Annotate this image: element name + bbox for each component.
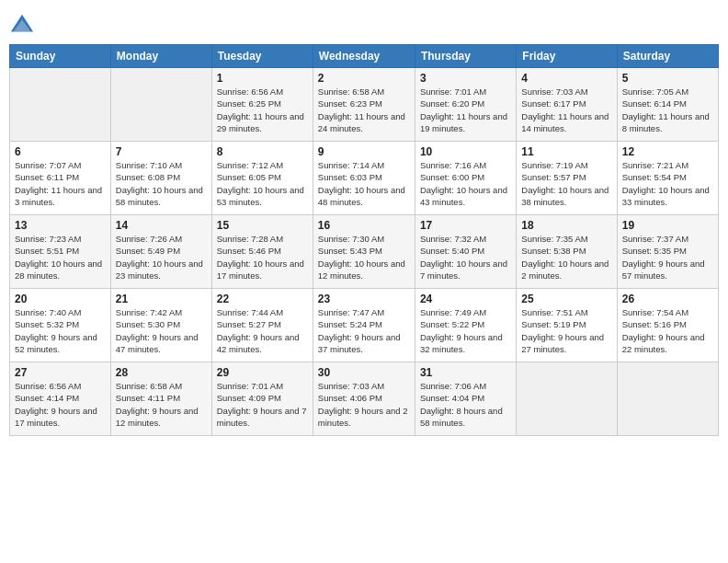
day-number: 25 [521, 293, 611, 305]
day-number: 10 [420, 145, 511, 158]
day-info: Sunrise: 6:58 AM Sunset: 4:11 PM Dayligh… [116, 380, 207, 429]
day-info: Sunrise: 6:56 AM Sunset: 4:14 PM Dayligh… [15, 380, 106, 429]
day-number: 19 [622, 219, 713, 232]
day-number: 3 [420, 72, 511, 85]
calendar-cell: 13Sunrise: 7:23 AM Sunset: 5:51 PM Dayli… [10, 215, 111, 289]
calendar-cell: 26Sunrise: 7:54 AM Sunset: 5:16 PM Dayli… [617, 289, 718, 362]
day-number: 22 [217, 293, 308, 305]
calendar-cell: 14Sunrise: 7:26 AM Sunset: 5:49 PM Dayli… [110, 215, 211, 289]
calendar-cell: 5Sunrise: 7:05 AM Sunset: 6:14 PM Daylig… [617, 68, 718, 142]
calendar-cell: 30Sunrise: 7:03 AM Sunset: 4:06 PM Dayli… [313, 362, 415, 436]
day-info: Sunrise: 7:06 AM Sunset: 4:04 PM Dayligh… [420, 380, 511, 429]
day-info: Sunrise: 7:42 AM Sunset: 5:30 PM Dayligh… [116, 306, 207, 355]
day-info: Sunrise: 7:28 AM Sunset: 5:46 PM Dayligh… [217, 233, 308, 282]
day-number: 12 [622, 145, 713, 158]
day-number: 15 [217, 219, 308, 232]
logo [9, 13, 37, 39]
calendar-cell: 23Sunrise: 7:47 AM Sunset: 5:24 PM Dayli… [313, 289, 415, 362]
calendar-week-row: 1Sunrise: 6:56 AM Sunset: 6:25 PM Daylig… [10, 68, 719, 142]
day-number: 8 [217, 145, 308, 158]
column-header-tuesday: Tuesday [211, 45, 313, 68]
day-number: 17 [420, 219, 511, 232]
calendar-cell [10, 68, 111, 142]
calendar-header-row: SundayMondayTuesdayWednesdayThursdayFrid… [10, 45, 719, 68]
calendar-cell: 29Sunrise: 7:01 AM Sunset: 4:09 PM Dayli… [211, 362, 313, 436]
calendar-cell [617, 362, 718, 436]
day-info: Sunrise: 7:51 AM Sunset: 5:19 PM Dayligh… [521, 306, 611, 355]
calendar-week-row: 6Sunrise: 7:07 AM Sunset: 6:11 PM Daylig… [10, 142, 719, 215]
calendar-cell [110, 68, 211, 142]
day-info: Sunrise: 7:49 AM Sunset: 5:22 PM Dayligh… [420, 306, 511, 355]
calendar-cell: 19Sunrise: 7:37 AM Sunset: 5:35 PM Dayli… [617, 215, 718, 289]
column-header-thursday: Thursday [415, 45, 516, 68]
column-header-saturday: Saturday [617, 45, 718, 68]
day-info: Sunrise: 7:23 AM Sunset: 5:51 PM Dayligh… [15, 233, 106, 282]
day-number: 4 [521, 72, 611, 85]
calendar-cell: 16Sunrise: 7:30 AM Sunset: 5:43 PM Dayli… [313, 215, 415, 289]
calendar-cell: 10Sunrise: 7:16 AM Sunset: 6:00 PM Dayli… [415, 142, 516, 215]
day-info: Sunrise: 7:37 AM Sunset: 5:35 PM Dayligh… [622, 233, 713, 282]
day-info: Sunrise: 7:01 AM Sunset: 6:20 PM Dayligh… [420, 86, 511, 134]
column-header-wednesday: Wednesday [313, 45, 415, 68]
calendar-week-row: 13Sunrise: 7:23 AM Sunset: 5:51 PM Dayli… [10, 215, 719, 289]
calendar-cell: 28Sunrise: 6:58 AM Sunset: 4:11 PM Dayli… [110, 362, 211, 436]
day-number: 30 [318, 366, 410, 379]
calendar-cell: 3Sunrise: 7:01 AM Sunset: 6:20 PM Daylig… [415, 68, 516, 142]
calendar-cell: 11Sunrise: 7:19 AM Sunset: 5:57 PM Dayli… [517, 142, 617, 215]
calendar-cell: 21Sunrise: 7:42 AM Sunset: 5:30 PM Dayli… [110, 289, 211, 362]
calendar-cell: 9Sunrise: 7:14 AM Sunset: 6:03 PM Daylig… [313, 142, 415, 215]
day-info: Sunrise: 6:56 AM Sunset: 6:25 PM Dayligh… [217, 86, 308, 134]
day-info: Sunrise: 7:12 AM Sunset: 6:05 PM Dayligh… [217, 159, 308, 208]
day-info: Sunrise: 7:16 AM Sunset: 6:00 PM Dayligh… [420, 159, 511, 208]
day-info: Sunrise: 7:40 AM Sunset: 5:32 PM Dayligh… [15, 306, 106, 355]
calendar-cell: 8Sunrise: 7:12 AM Sunset: 6:05 PM Daylig… [211, 142, 313, 215]
day-info: Sunrise: 7:32 AM Sunset: 5:40 PM Dayligh… [420, 233, 511, 282]
calendar-week-row: 27Sunrise: 6:56 AM Sunset: 4:14 PM Dayli… [10, 362, 719, 436]
day-number: 6 [15, 145, 106, 158]
day-number: 9 [318, 145, 410, 158]
column-header-sunday: Sunday [10, 45, 111, 68]
day-number: 31 [420, 366, 511, 379]
day-info: Sunrise: 6:58 AM Sunset: 6:23 PM Dayligh… [318, 86, 410, 134]
day-number: 2 [318, 72, 410, 85]
calendar-table: SundayMondayTuesdayWednesdayThursdayFrid… [9, 44, 719, 436]
day-number: 21 [116, 293, 207, 305]
calendar-cell: 15Sunrise: 7:28 AM Sunset: 5:46 PM Dayli… [211, 215, 313, 289]
calendar-cell: 20Sunrise: 7:40 AM Sunset: 5:32 PM Dayli… [10, 289, 111, 362]
day-number: 24 [420, 293, 511, 305]
day-info: Sunrise: 7:05 AM Sunset: 6:14 PM Dayligh… [622, 86, 713, 134]
day-info: Sunrise: 7:35 AM Sunset: 5:38 PM Dayligh… [521, 233, 611, 282]
day-info: Sunrise: 7:03 AM Sunset: 4:06 PM Dayligh… [318, 380, 410, 429]
calendar-cell: 22Sunrise: 7:44 AM Sunset: 5:27 PM Dayli… [211, 289, 313, 362]
day-number: 11 [521, 145, 611, 158]
day-info: Sunrise: 7:47 AM Sunset: 5:24 PM Dayligh… [318, 306, 410, 355]
page-header [9, 9, 719, 39]
day-info: Sunrise: 7:10 AM Sunset: 6:08 PM Dayligh… [116, 159, 207, 208]
day-number: 16 [318, 219, 410, 232]
day-info: Sunrise: 7:44 AM Sunset: 5:27 PM Dayligh… [217, 306, 308, 355]
day-number: 23 [318, 293, 410, 305]
calendar-cell: 7Sunrise: 7:10 AM Sunset: 6:08 PM Daylig… [110, 142, 211, 215]
day-info: Sunrise: 7:26 AM Sunset: 5:49 PM Dayligh… [116, 233, 207, 282]
calendar-cell: 18Sunrise: 7:35 AM Sunset: 5:38 PM Dayli… [517, 215, 617, 289]
day-info: Sunrise: 7:01 AM Sunset: 4:09 PM Dayligh… [217, 380, 308, 429]
calendar-cell: 25Sunrise: 7:51 AM Sunset: 5:19 PM Dayli… [517, 289, 617, 362]
day-number: 18 [521, 219, 611, 232]
calendar-cell: 31Sunrise: 7:06 AM Sunset: 4:04 PM Dayli… [415, 362, 516, 436]
day-info: Sunrise: 7:19 AM Sunset: 5:57 PM Dayligh… [521, 159, 611, 208]
day-number: 20 [15, 293, 106, 305]
calendar-cell: 4Sunrise: 7:03 AM Sunset: 6:17 PM Daylig… [517, 68, 617, 142]
logo-icon [9, 13, 35, 39]
day-number: 27 [15, 366, 106, 379]
day-number: 29 [217, 366, 308, 379]
calendar-cell: 2Sunrise: 6:58 AM Sunset: 6:23 PM Daylig… [313, 68, 415, 142]
calendar-cell: 12Sunrise: 7:21 AM Sunset: 5:54 PM Dayli… [617, 142, 718, 215]
calendar-cell: 24Sunrise: 7:49 AM Sunset: 5:22 PM Dayli… [415, 289, 516, 362]
calendar-cell: 17Sunrise: 7:32 AM Sunset: 5:40 PM Dayli… [415, 215, 516, 289]
column-header-friday: Friday [517, 45, 617, 68]
calendar-cell: 1Sunrise: 6:56 AM Sunset: 6:25 PM Daylig… [211, 68, 313, 142]
calendar-week-row: 20Sunrise: 7:40 AM Sunset: 5:32 PM Dayli… [10, 289, 719, 362]
calendar-cell: 6Sunrise: 7:07 AM Sunset: 6:11 PM Daylig… [10, 142, 111, 215]
day-number: 5 [622, 72, 713, 85]
calendar-cell: 27Sunrise: 6:56 AM Sunset: 4:14 PM Dayli… [10, 362, 111, 436]
